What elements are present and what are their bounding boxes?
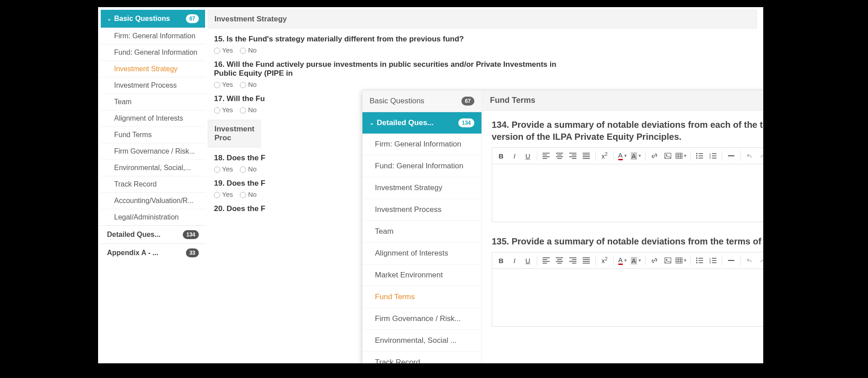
radio-q19-yes[interactable]: Yes [214,191,233,198]
nav-header-label: Basic Questions [114,15,186,23]
radio-q15-yes[interactable]: Yes [214,46,233,54]
overlay-detailed: Basic Questions 67 ⌄ Detailed Ques... 13… [362,90,763,363]
radio-q17-no[interactable]: No [240,106,256,114]
section-investment-strategy: Investment Strategy [208,10,757,28]
redo-button[interactable] [757,150,763,162]
radio-q16-no[interactable]: No [240,81,256,88]
svg-rect-2 [676,153,682,159]
sidebar-item-governance[interactable]: Firm Governance / Risk... [101,143,205,159]
svg-text:3: 3 [709,262,711,264]
radio-q15-no[interactable]: No [240,46,256,54]
sidebar-item-investment-process[interactable]: Investment Process [101,77,205,93]
sidebar-item-legal[interactable]: Legal/Administration [101,209,205,225]
unordered-list-button[interactable] [693,254,706,267]
sidebar-item-fund-terms[interactable]: Fund Terms [101,126,205,143]
align-left-button[interactable] [540,150,552,162]
superscript-button[interactable]: x2 [598,254,611,267]
sidebar-item-investment-strategy[interactable]: Investment Strategy [101,61,205,77]
sidebar-item-track-record[interactable]: Track Record [101,176,205,192]
underline-button[interactable]: U [522,254,534,267]
question-16: 16. Will the Fund actively pursue invest… [214,60,757,88]
redo-button[interactable] [757,254,763,267]
table-button[interactable]: ▼ [675,254,687,267]
rich-text-editor-135[interactable] [492,269,763,327]
link-button[interactable] [648,254,661,267]
align-right-button[interactable] [567,150,579,162]
radio-q18-no[interactable]: No [240,165,256,173]
nav-header-basic-questions[interactable]: ⌄ Basic Questions 67 [101,10,205,28]
sidebar-item-team[interactable]: Team [101,93,205,110]
sidebar-item-firm-general[interactable]: Firm: General Information [101,28,205,44]
sidebar-item-esg[interactable]: Environmental, Social,... [101,159,205,176]
radio-q17-yes[interactable]: Yes [214,106,233,114]
align-center-button[interactable] [553,150,566,162]
image-button[interactable] [662,254,674,267]
section-fund-terms: Fund Terms [482,90,763,111]
bold-button[interactable]: B [495,254,507,267]
nav2-item-fund-terms[interactable]: Fund Terms [362,286,481,308]
horizontal-rule-button[interactable] [725,150,737,162]
rich-text-toolbar-134: B I U x2 A▼ A▼ [492,147,763,164]
nav2-basic-label: Basic Questions [370,97,461,106]
nav2-item-governance[interactable]: Firm Governance / Risk... [362,308,481,330]
undo-button[interactable] [743,254,756,267]
nav-header-appendix[interactable]: Appendix A - ... 33 [101,244,205,262]
nav2-item-fund-general[interactable]: Fund: General Information [362,155,481,177]
sidebar-item-alignment[interactable]: Alignment of Interests [101,110,205,126]
chevron-down-icon: ⌄ [370,120,374,126]
highlight-color-button[interactable]: A▼ [630,254,642,267]
image-button[interactable] [662,150,674,162]
font-color-button[interactable]: A▼ [617,150,629,162]
svg-point-10 [666,259,667,260]
nav2-item-esg[interactable]: Environmental, Social ... [362,330,481,352]
question-134-text: 134. Provide a summary of notable deviat… [492,119,763,143]
align-right-button[interactable] [567,254,579,267]
nav-header-detailed-label: Detailed Ques... [107,231,183,239]
align-justify-button[interactable] [580,254,592,267]
sidebar-item-accounting[interactable]: Accounting/Valuation/R... [101,192,205,209]
highlight-color-button[interactable]: A▼ [630,150,642,162]
radio-q19-no[interactable]: No [240,191,256,198]
question-134: 134. Provide a summary of notable deviat… [492,119,763,222]
question-135-text: 135. Provide a summary of notable deviat… [492,236,763,248]
nav2-header-detailed[interactable]: ⌄ Detailed Ques... 134 [362,112,481,134]
nav2-item-investment-process[interactable]: Investment Process [362,199,481,221]
nav2-item-alignment[interactable]: Alignment of Interests [362,243,481,264]
ordered-list-button[interactable]: 123 [707,150,719,162]
nav2-item-team[interactable]: Team [362,221,481,243]
radio-q16-yes[interactable]: Yes [214,81,233,88]
align-justify-button[interactable] [580,150,592,162]
section-investment-process: Investment Proc [208,120,261,147]
superscript-button[interactable]: x2 [598,150,611,162]
bold-button[interactable]: B [495,150,507,162]
nav-header-detailed[interactable]: Detailed Ques... 134 [101,225,205,244]
italic-button[interactable]: I [508,150,521,162]
nav2-detailed-count: 134 [458,118,474,127]
italic-button[interactable]: I [508,254,521,267]
align-center-button[interactable] [553,254,566,267]
ordered-list-button[interactable]: 123 [707,254,719,267]
unordered-list-button[interactable] [693,150,706,162]
svg-text:3: 3 [709,157,711,159]
question-135: 135. Provide a summary of notable deviat… [492,236,763,327]
svg-rect-11 [676,258,682,263]
radio-q18-yes[interactable]: Yes [214,165,233,173]
nav2-item-investment-strategy[interactable]: Investment Strategy [362,177,481,199]
table-button[interactable]: ▼ [675,150,687,162]
nav2-item-track-record[interactable]: Track Record [362,352,481,363]
align-left-button[interactable] [540,254,552,267]
underline-button[interactable]: U [522,150,534,162]
nav2-item-market-environment[interactable]: Market Environment [362,264,481,286]
svg-point-12 [696,258,698,259]
horizontal-rule-button[interactable] [725,254,737,267]
undo-button[interactable] [743,150,756,162]
question-16-text: 16. Will the Fund actively pursue invest… [214,60,562,78]
rich-text-editor-134[interactable] [492,164,763,222]
sidebar-item-fund-general[interactable]: Fund: General Information [101,44,205,61]
nav2-header-basic[interactable]: Basic Questions 67 [362,90,481,112]
question-15-text: 15. Is the Fund's strategy materially di… [214,35,757,44]
nav2-item-firm-general[interactable]: Firm: General Information [362,134,481,155]
font-color-button[interactable]: A▼ [617,254,629,267]
sidebar-basic: ⌄ Basic Questions 67 Firm: General Infor… [101,10,205,262]
link-button[interactable] [648,150,661,162]
